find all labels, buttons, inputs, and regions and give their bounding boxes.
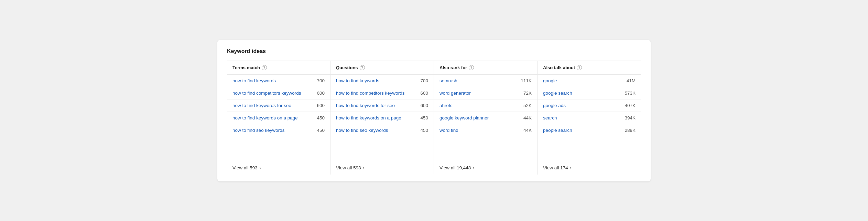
row-value-also-talk-about-0: 41M: [627, 78, 636, 83]
col-header-also-talk-about: Also talk about?: [538, 61, 641, 75]
rows-wrapper-terms-match: how to find keywords700how to find compe…: [227, 75, 330, 161]
help-icon-terms-match[interactable]: ?: [262, 65, 267, 70]
row-link-questions-1[interactable]: how to find competitors keywords: [336, 91, 405, 96]
table-row: people search289K: [538, 124, 641, 136]
col-header-terms-match: Terms match?: [227, 61, 330, 75]
help-icon-also-talk-about[interactable]: ?: [577, 65, 582, 70]
table-row: google41M: [538, 75, 641, 87]
table-row: how to find keywords on a page450: [330, 112, 434, 124]
help-icon-also-rank-for[interactable]: ?: [469, 65, 474, 70]
help-icon-questions[interactable]: ?: [360, 65, 365, 70]
row-value-also-rank-for-4: 44K: [523, 128, 532, 133]
row-value-questions-3: 450: [420, 115, 428, 120]
row-value-questions-0: 700: [420, 78, 428, 83]
table-row: how to find keywords for seo600: [330, 99, 434, 112]
row-link-questions-0[interactable]: how to find keywords: [336, 78, 379, 83]
row-link-also-talk-about-2[interactable]: google ads: [543, 103, 566, 108]
view-all-label-also-rank-for: View all 19,448: [440, 165, 471, 170]
row-link-also-talk-about-3[interactable]: search: [543, 115, 557, 120]
row-link-questions-4[interactable]: how to find seo keywords: [336, 128, 388, 133]
row-value-terms-match-3: 450: [317, 115, 325, 120]
row-link-terms-match-3[interactable]: how to find keywords on a page: [232, 115, 298, 120]
col-terms-match: Terms match?how to find keywords700how t…: [227, 61, 330, 175]
row-link-terms-match-4[interactable]: how to find seo keywords: [232, 128, 285, 133]
table-row: how to find keywords700: [330, 75, 434, 87]
row-link-also-rank-for-4[interactable]: word find: [440, 128, 458, 133]
row-link-terms-match-2[interactable]: how to find keywords for seo: [232, 103, 291, 108]
row-value-terms-match-1: 600: [317, 91, 325, 96]
table-row: semrush111K: [434, 75, 537, 87]
view-all-terms-match[interactable]: View all 593›: [227, 161, 330, 175]
row-link-also-rank-for-0[interactable]: semrush: [440, 78, 457, 83]
table-row: google search573K: [538, 87, 641, 99]
chevron-right-icon-also-talk-about: ›: [570, 165, 572, 170]
col-also-rank-for: Also rank for?semrush111Kword generator7…: [434, 61, 538, 175]
rows-wrapper-also-rank-for: semrush111Kword generator72Kahrefs52Kgoo…: [434, 75, 537, 161]
row-value-terms-match-2: 600: [317, 103, 325, 108]
row-value-questions-1: 600: [420, 91, 428, 96]
row-link-also-rank-for-2[interactable]: ahrefs: [440, 103, 453, 108]
chevron-right-icon-questions: ›: [363, 165, 365, 170]
view-all-label-also-talk-about: View all 174: [543, 165, 568, 170]
col-header-label-questions: Questions: [336, 65, 358, 70]
table-row: how to find competitors keywords600: [330, 87, 434, 99]
row-value-questions-4: 450: [420, 128, 428, 133]
view-all-questions[interactable]: View all 593›: [330, 161, 434, 175]
table-row: google ads407K: [538, 99, 641, 112]
row-value-also-rank-for-3: 44K: [523, 115, 532, 120]
row-value-also-talk-about-2: 407K: [625, 103, 636, 108]
table-row: word generator72K: [434, 87, 537, 99]
view-all-also-talk-about[interactable]: View all 174›: [538, 161, 641, 175]
table-row: word find44K: [434, 124, 537, 136]
row-value-also-rank-for-2: 52K: [523, 103, 532, 108]
view-all-label-questions: View all 593: [336, 165, 361, 170]
chevron-right-icon-terms-match: ›: [260, 165, 261, 170]
table-row: how to find seo keywords450: [330, 124, 434, 136]
row-link-also-talk-about-1[interactable]: google search: [543, 91, 572, 96]
keyword-ideas-card: Keyword ideas Terms match?how to find ke…: [217, 40, 651, 181]
row-link-also-talk-about-4[interactable]: people search: [543, 128, 572, 133]
table-row: how to find seo keywords450: [227, 124, 330, 136]
table-row: how to find keywords on a page450: [227, 112, 330, 124]
rows-wrapper-questions: how to find keywords700how to find compe…: [330, 75, 434, 161]
row-link-terms-match-0[interactable]: how to find keywords: [232, 78, 276, 83]
rows-wrapper-also-talk-about: google41Mgoogle search573Kgoogle ads407K…: [538, 75, 641, 161]
view-all-label-terms-match: View all 593: [232, 165, 258, 170]
table-row: search394K: [538, 112, 641, 124]
row-link-also-rank-for-1[interactable]: word generator: [440, 91, 471, 96]
view-all-also-rank-for[interactable]: View all 19,448›: [434, 161, 537, 175]
col-header-label-terms-match: Terms match: [232, 65, 260, 70]
row-link-also-talk-about-0[interactable]: google: [543, 78, 557, 83]
row-link-also-rank-for-3[interactable]: google keyword planner: [440, 115, 489, 120]
table-row: google keyword planner44K: [434, 112, 537, 124]
row-value-questions-2: 600: [420, 103, 428, 108]
row-link-questions-2[interactable]: how to find keywords for seo: [336, 103, 395, 108]
col-header-questions: Questions?: [330, 61, 434, 75]
row-value-also-rank-for-1: 72K: [523, 91, 532, 96]
row-link-terms-match-1[interactable]: how to find competitors keywords: [232, 91, 301, 96]
row-value-also-talk-about-3: 394K: [625, 115, 636, 120]
card-title: Keyword ideas: [227, 48, 641, 54]
row-value-also-talk-about-1: 573K: [625, 91, 636, 96]
row-value-also-rank-for-0: 111K: [521, 78, 532, 83]
columns-grid: Terms match?how to find keywords700how t…: [227, 61, 641, 175]
chevron-right-icon-also-rank-for: ›: [473, 165, 474, 170]
row-value-also-talk-about-4: 289K: [625, 128, 636, 133]
col-header-label-also-rank-for: Also rank for: [440, 65, 467, 70]
table-row: ahrefs52K: [434, 99, 537, 112]
col-header-also-rank-for: Also rank for?: [434, 61, 537, 75]
row-link-questions-3[interactable]: how to find keywords on a page: [336, 115, 401, 120]
row-value-terms-match-0: 700: [317, 78, 325, 83]
table-row: how to find keywords for seo600: [227, 99, 330, 112]
col-header-label-also-talk-about: Also talk about: [543, 65, 575, 70]
col-also-talk-about: Also talk about?google41Mgoogle search57…: [538, 61, 641, 175]
table-row: how to find keywords700: [227, 75, 330, 87]
col-questions: Questions?how to find keywords700how to …: [330, 61, 434, 175]
row-value-terms-match-4: 450: [317, 128, 325, 133]
table-row: how to find competitors keywords600: [227, 87, 330, 99]
